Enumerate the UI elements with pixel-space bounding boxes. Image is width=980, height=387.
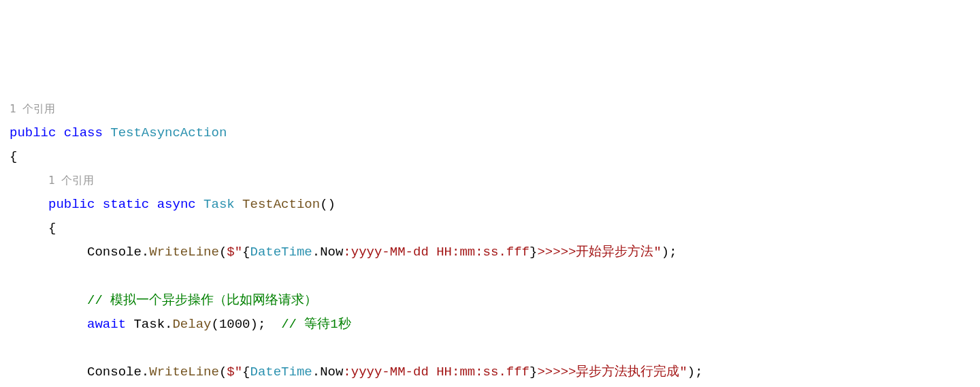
brace-open-interp: { [242, 245, 250, 260]
method-delay: Delay [172, 317, 211, 332]
comment-wait: // 等待1秒 [281, 317, 351, 332]
property-now: Now [320, 365, 343, 380]
dot: . [312, 245, 320, 260]
paren-open: ( [219, 365, 227, 380]
dot: . [142, 245, 149, 260]
string-format: :yyyy-MM-dd HH:mm:ss.fff [343, 245, 529, 260]
type-task: Task [203, 197, 235, 212]
string-end-msg: >>>>>异步方法执行完成" [537, 365, 687, 380]
keyword-async: async [157, 197, 196, 212]
method-name: TestAction [242, 197, 320, 212]
codelens-class[interactable]: 1 个引用 [10, 102, 55, 115]
keyword-await: await [87, 317, 126, 332]
brace-open: { [48, 221, 56, 236]
keyword-public: public [10, 125, 56, 140]
paren-close-semi: ); [250, 317, 266, 332]
identifier-console: Console [87, 245, 142, 260]
type-datetime: DateTime [250, 365, 312, 380]
property-now: Now [320, 245, 343, 260]
string-start-msg: >>>>>开始异步方法" [537, 245, 661, 260]
keyword-public: public [48, 197, 95, 212]
codelens-method[interactable]: 1 个引用 [48, 174, 94, 187]
type-datetime: DateTime [250, 245, 312, 260]
method-writeline: WriteLine [149, 245, 219, 260]
brace-close-interp: } [529, 245, 537, 260]
number: 1000 [219, 317, 250, 332]
dot: . [142, 365, 149, 380]
identifier-console: Console [87, 365, 142, 380]
paren-open: ( [219, 245, 227, 260]
paren-close-semi: ); [687, 365, 703, 380]
string-interp-start: $" [227, 365, 242, 380]
code-editor[interactable]: 1 个引用 public class TestAsyncAction { 1 个… [10, 97, 980, 387]
brace-open: { [10, 149, 17, 164]
brace-open-interp: { [242, 365, 250, 380]
method-writeline: WriteLine [149, 365, 219, 380]
brace-close-interp: } [529, 365, 537, 380]
string-interp-start: $" [227, 245, 242, 260]
string-format: :yyyy-MM-dd HH:mm:ss.fff [343, 365, 529, 380]
paren-open: ( [211, 317, 218, 332]
keyword-static: static [103, 197, 149, 212]
paren-close-semi: ); [662, 245, 677, 260]
parens: () [320, 197, 336, 212]
keyword-class: class [64, 125, 103, 140]
class-name: TestAsyncAction [110, 125, 227, 140]
comment-simulate: // 模拟一个异步操作（比如网络请求） [87, 293, 317, 308]
identifier-task: Task [133, 317, 165, 332]
dot: . [312, 365, 320, 380]
dot: . [165, 317, 172, 332]
